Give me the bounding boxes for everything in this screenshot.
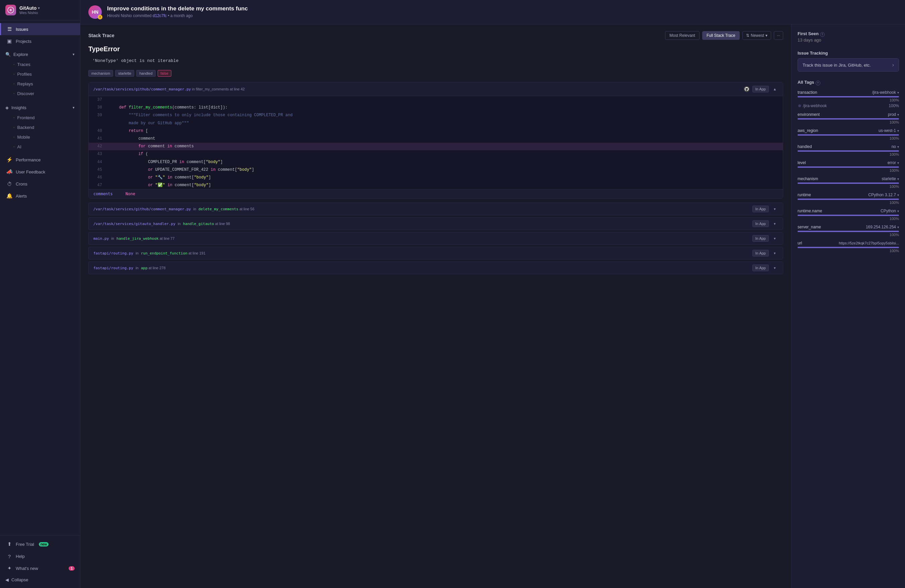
first-seen-label: First Seen (797, 31, 819, 36)
sidebar-item-free-trial[interactable]: ⬆ Free Trial new (0, 538, 80, 550)
sidebar-item-whats-new[interactable]: ✦ What's new 1 (0, 562, 80, 574)
frame-5-in-app[interactable]: In App (753, 265, 769, 271)
sidebar-item-label: Help (16, 554, 25, 559)
frame-3-expand[interactable]: ▾ (772, 235, 778, 242)
frame-1-in-app[interactable]: In App (753, 206, 769, 212)
code-line-40: 40 return [ (89, 127, 783, 135)
frame-5[interactable]: fastapi/routing.py in app at line 278 In… (88, 262, 783, 274)
alerts-icon: 🔔 (6, 193, 13, 199)
tag-false: false (158, 70, 171, 77)
more-button[interactable]: ··· (774, 31, 783, 40)
first-seen-help-icon[interactable]: ? (820, 32, 825, 37)
collapse-button[interactable]: ◀ Collapse (0, 574, 80, 585)
expand-button[interactable]: ▲ (772, 86, 778, 92)
frame-2-in-app[interactable]: In App (753, 220, 769, 227)
sidebar-item-alerts[interactable]: 🔔 Alerts (0, 190, 80, 202)
github-icon[interactable] (744, 86, 750, 92)
issue-tracking-section: Issue Tracking Track this issue in Jira,… (797, 51, 899, 72)
tag-runtime-pct: 100% (797, 200, 899, 205)
commit-panel: HN ! Improve conditions in the delete my… (80, 0, 905, 24)
commit-hash[interactable]: d12c7fc (152, 13, 167, 18)
tag-chevron: ▾ (897, 91, 899, 94)
error-type: TypeError (88, 45, 783, 53)
frame-2-info: /var/task/services/gitauto_handler.py in… (94, 222, 230, 226)
sidebar-item-issues[interactable]: ☰ Issues (0, 23, 80, 35)
frame-1[interactable]: /var/task/services/github/comment_manage… (88, 203, 783, 215)
brand-header[interactable]: GitAuto ▾ Wes Nishio (0, 0, 80, 21)
frame-1-expand[interactable]: ▾ (772, 206, 778, 212)
tag-mechanism: mechanism starlette ▾ 100% (797, 176, 899, 189)
frame-3-info: main.py in handle_jira_webhook at line 7… (94, 237, 175, 241)
sidebar-item-frontend[interactable]: Frontend (0, 113, 80, 122)
sidebar-item-help[interactable]: ? Help (0, 550, 80, 562)
tag-level-header: level error ▾ (797, 161, 899, 165)
frame-4[interactable]: fastapi/routing.py in run_endpoint_funct… (88, 247, 783, 259)
commit-info: Improve conditions in the delete my comm… (107, 5, 248, 18)
code-line-45: 45 or UPDATE_COMMENT_FOR_422 in comment[… (89, 166, 783, 174)
insights-chevron: ▾ (73, 105, 75, 110)
explore-section: 🔍 Explore ▾ Traces Profiles Replays Disc… (0, 47, 80, 100)
explore-header[interactable]: 🔍 Explore ▾ (0, 49, 80, 60)
frame-3-in-app[interactable]: In App (753, 235, 769, 242)
in-app-badge[interactable]: In App (753, 86, 769, 92)
frame-4-expand[interactable]: ▾ (772, 250, 778, 256)
tag-server-name-bar (797, 231, 899, 232)
issues-icon: ☰ (6, 26, 13, 32)
frame-4-in-app[interactable]: In App (753, 250, 769, 256)
tag-chevron: ▾ (897, 145, 899, 149)
sidebar-item-crons[interactable]: ⏱ Crons (0, 178, 80, 190)
code-line-43: 43 if ( (89, 150, 783, 158)
sidebar-item-performance[interactable]: ⚡ Performance (0, 154, 80, 166)
user-feedback-icon: 📣 (6, 169, 13, 175)
code-frame-right: In App ▲ (744, 86, 778, 92)
frame-2[interactable]: /var/task/services/gitauto_handler.py in… (88, 217, 783, 230)
issue-tracking-link[interactable]: Track this issue in Jira, GitHub, etc. › (797, 58, 899, 72)
tab-full-stack[interactable]: Full Stack Trace (702, 31, 740, 40)
sidebar-item-discover[interactable]: Discover (0, 89, 80, 99)
code-line-42: 42 for comment in comments (89, 143, 783, 150)
tab-most-relevant[interactable]: Most Relevant (665, 31, 700, 40)
tag-dot (798, 105, 801, 107)
tag-url-header: url https://5ze2tkqk7c27bpI5opy5sbilsi..… (797, 241, 899, 245)
tag-url-pct: 100% (797, 249, 899, 253)
crons-icon: ⏱ (6, 181, 13, 187)
sidebar-item-traces[interactable]: Traces (0, 60, 80, 69)
frame-5-info: fastapi/routing.py in app at line 278 (94, 266, 166, 270)
code-frame-path-info: /var/task/services/github/comment_manage… (94, 87, 245, 91)
error-block: TypeError 'NoneType' object is not itera… (88, 45, 783, 77)
all-tags-help-icon[interactable]: ? (816, 81, 820, 86)
insights-section: ◈ Insights ▾ Frontend Backend Mobile AI (0, 100, 80, 154)
issue-tracking-label: Issue Tracking (797, 51, 899, 56)
sidebar-item-replays[interactable]: Replays (0, 79, 80, 89)
first-seen-section: First Seen ? 13 days ago (797, 31, 899, 43)
sidebar-item-mobile[interactable]: Mobile (0, 132, 80, 142)
frame-2-expand[interactable]: ▾ (772, 220, 778, 227)
frame-5-expand[interactable]: ▾ (772, 265, 778, 271)
sidebar-item-projects[interactable]: ▣ Projects (0, 35, 80, 47)
commit-action: committed (133, 13, 152, 18)
tag-environment-header: environment prod ▾ (797, 112, 899, 117)
sidebar-item-label: Alerts (16, 194, 27, 199)
insights-header[interactable]: ◈ Insights ▾ (0, 102, 80, 113)
frame-3[interactable]: main.py in handle_jira_webhook at line 7… (88, 232, 783, 245)
tag-server-name-pct: 100% (797, 233, 899, 237)
var-name: comments (94, 192, 120, 196)
explore-icon: 🔍 (5, 52, 11, 57)
sidebar-item-label: Issues (16, 27, 29, 32)
sort-button[interactable]: ⇅ Newest ▾ (742, 31, 771, 40)
sidebar-item-backend[interactable]: Backend (0, 122, 80, 132)
sidebar-item-label: Free Trial (16, 542, 34, 547)
error-message: 'NoneType' object is not iterable (88, 56, 783, 66)
code-frame: /var/task/services/github/comment_manage… (88, 82, 783, 199)
sidebar-item-profiles[interactable]: Profiles (0, 69, 80, 79)
sort-label: Newest (751, 33, 764, 38)
tag-chevron: ▾ (897, 209, 899, 213)
frame-1-info: /var/task/services/github/comment_manage… (94, 207, 254, 211)
code-lines: 37 38 def filter_my_comments(comments: l… (89, 96, 783, 189)
tag-transaction: transaction /jira-webhook ▾ 100% /jir (797, 90, 899, 108)
code-line-39b: made by our GitHub app""" (89, 119, 783, 127)
sidebar-item-label: User Feedback (16, 169, 45, 175)
tag-chevron: ▾ (897, 113, 899, 116)
sidebar-item-user-feedback[interactable]: 📣 User Feedback (0, 166, 80, 178)
sidebar-item-ai[interactable]: AI (0, 142, 80, 152)
